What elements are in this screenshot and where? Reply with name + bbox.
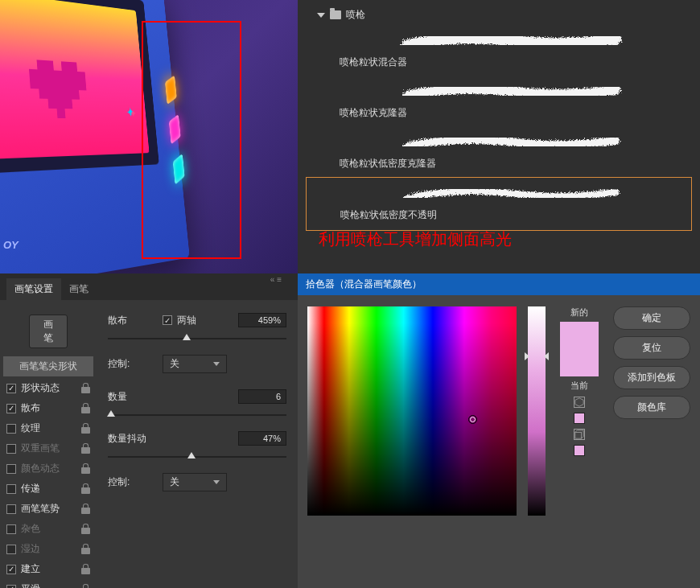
option-row[interactable]: 平滑 [5,579,92,588]
lock-icon[interactable] [81,544,90,554]
both-axis-checkbox[interactable] [163,315,172,325]
option-label: 建立 [21,562,76,576]
option-checkbox[interactable] [6,504,16,514]
chevron-down-icon [213,362,220,366]
brush-preset-item[interactable]: 喷枪粒状低密度克隆器 [306,126,692,177]
lock-icon[interactable] [81,463,90,474]
ok-button[interactable]: 确定 [613,306,690,330]
panel-menu-icon[interactable]: « ≡ [270,275,282,284]
option-row[interactable]: 颜色动态 [5,458,92,479]
cube-icon[interactable] [574,429,585,440]
option-checkbox[interactable] [6,585,16,589]
option-row[interactable]: 纹理 [5,418,92,438]
jitter-slider[interactable] [108,452,286,462]
settings-area: 散布 两轴 459% 控制: 关 数量 6 数量抖动 [97,308,298,588]
websafe-swatch[interactable] [574,445,585,456]
screen-frame: DOT MATRIX WITJ STEREO SOUND [0,0,159,175]
hue-slider[interactable] [528,306,546,516]
options-sidebar: 画笔 画笔笔尖形状 形状动态散布纹理双重画笔颜色动态传递画笔笔势杂色湿边建立平滑… [0,308,97,588]
option-label: 双重画笔 [21,442,76,455]
new-swatch [560,322,599,349]
jitter-value[interactable]: 47% [238,431,286,446]
tab-brush-settings[interactable]: 画笔设置 [6,278,61,300]
count-slider[interactable] [108,410,286,420]
option-checkbox[interactable] [6,464,16,474]
tab-brushes[interactable]: 画笔 [61,278,97,300]
sparkle-icon [126,105,139,121]
scatter-label: 散布 [108,314,153,327]
folder-label: 喷枪 [346,8,365,22]
gamut-swatch[interactable] [574,413,585,424]
control2-label: 控制: [108,475,153,489]
option-checkbox[interactable] [6,424,16,434]
scatter-slider[interactable] [108,334,286,343]
option-checkbox[interactable] [6,484,16,494]
reset-button[interactable]: 复位 [613,336,690,360]
chevron-down-icon [213,480,220,484]
brush-folder-row[interactable]: 喷枪 [306,5,692,25]
jitter-label: 数量抖动 [108,432,153,446]
render-preview: DOT MATRIX WITJ STEREO SOUND OY [0,0,298,273]
lock-icon[interactable] [81,584,90,588]
hue-indicator [525,352,549,360]
panel-tabs: 画笔设置 画笔 [0,273,298,300]
option-row[interactable]: 形状动态 [5,378,92,398]
option-label: 湿边 [21,542,76,556]
option-row[interactable]: 杂色 [5,519,92,539]
lock-icon[interactable] [81,383,90,393]
gamut-warning-icon[interactable] [574,397,585,408]
lock-icon[interactable] [81,443,90,454]
chevron-down-icon [317,13,325,18]
color-spectrum[interactable] [307,306,517,516]
annotation-text: 利用喷枪工具增加侧面高光 [306,216,512,250]
option-checkbox[interactable] [6,524,16,534]
brush-label: 喷枪粒状混合器 [340,54,681,74]
brush-settings-panel: « ≡ 画笔设置 画笔 画笔 画笔笔尖形状 形状动态散布纹理双重画笔颜色动态传递… [0,273,298,588]
brush-stroke-preview [340,179,680,205]
brush-stroke-preview [340,77,681,103]
option-row[interactable]: 建立 [5,559,92,579]
lock-icon[interactable] [81,504,90,514]
brush-button[interactable]: 画笔 [29,315,68,348]
lock-icon[interactable] [81,564,90,574]
option-row[interactable]: 传递 [5,479,92,499]
option-label: 散布 [21,401,76,415]
picker-indicator [468,415,477,424]
logo-fragment: OY [3,239,19,251]
count-label: 数量 [108,390,153,404]
option-row[interactable]: 散布 [5,398,92,418]
color-picker-dialog: 拾色器（混合器画笔颜色） 新的 当前 确定 复位 添加到色板 颜色库 [298,273,700,588]
highlight-box [142,21,241,259]
option-checkbox[interactable] [6,404,16,413]
option-checkbox[interactable] [6,384,16,393]
option-checkbox[interactable] [6,444,16,454]
control2-dropdown[interactable]: 关 [163,473,227,491]
option-row[interactable]: 双重画笔 [5,438,92,458]
option-row[interactable]: 湿边 [5,539,92,559]
option-row[interactable]: 画笔笔势 [5,499,92,519]
brush-stroke-preview [340,27,681,52]
current-swatch[interactable] [560,349,599,376]
add-swatch-button[interactable]: 添加到色板 [613,366,690,389]
shape-header[interactable]: 画笔笔尖形状 [3,356,93,376]
option-checkbox[interactable] [6,545,16,554]
scatter-value[interactable]: 459% [238,313,286,327]
count-value[interactable]: 6 [238,389,286,404]
lock-icon[interactable] [81,524,90,534]
option-label: 颜色动态 [21,462,76,475]
lock-icon[interactable] [81,423,90,434]
brush-preset-item[interactable]: 喷枪粒状克隆器 [306,76,692,126]
option-label: 纹理 [21,421,76,435]
brush-label: 喷枪粒状低密度克隆器 [340,155,681,175]
color-lib-button[interactable]: 颜色库 [613,396,690,419]
control1-dropdown[interactable]: 关 [163,355,227,373]
device-screen [0,0,150,160]
lock-icon[interactable] [81,483,90,494]
new-label: 新的 [557,306,602,319]
option-label: 传递 [21,482,76,495]
svg-rect-1 [575,432,582,438]
option-checkbox[interactable] [6,565,16,574]
option-label: 画笔笔势 [21,502,76,516]
lock-icon[interactable] [81,403,90,413]
brush-preset-item[interactable]: 喷枪粒状混合器 [306,25,692,76]
